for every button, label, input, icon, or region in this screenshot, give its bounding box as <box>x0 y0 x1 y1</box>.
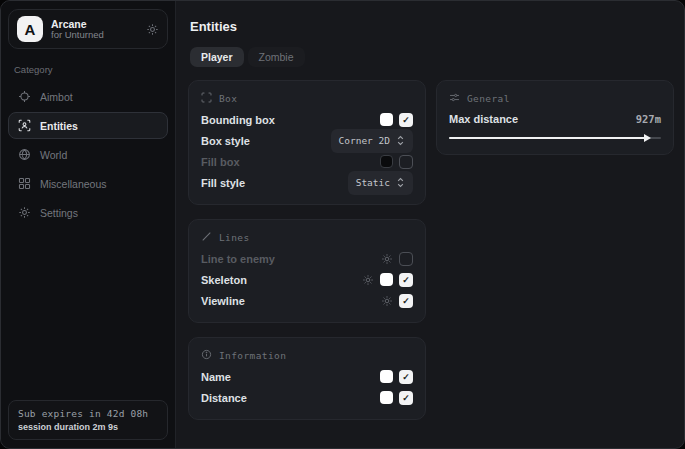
information-section-header: Information <box>201 349 413 362</box>
max-distance-slider[interactable] <box>449 133 661 143</box>
box-style-dropdown[interactable]: Corner 2D <box>331 129 413 153</box>
fill-style-label: Fill style <box>201 177 245 189</box>
arcane-menu-window: A Arcane for Unturned Category Aimbot <box>0 0 685 449</box>
box-section-title: Box <box>219 93 237 104</box>
viewline-label: Viewline <box>201 295 245 307</box>
max-distance-value: 927m <box>636 113 661 125</box>
max-distance-label: Max distance <box>449 113 518 125</box>
general-card: General Max distance 927m <box>436 80 674 155</box>
sidebar-item-aimbot[interactable]: Aimbot <box>8 83 168 110</box>
sidebar-item-world[interactable]: World <box>8 141 168 168</box>
general-section-title: General <box>467 93 510 104</box>
name-color-swatch[interactable] <box>380 370 393 383</box>
app-name: Arcane <box>51 18 138 30</box>
main-content: Entities Player Zombie Box <box>176 1 685 448</box>
sidebar-item-settings[interactable]: Settings <box>8 199 168 226</box>
general-section-header: General <box>449 92 661 105</box>
gear-icon[interactable] <box>381 253 393 265</box>
box-style-row: Box style Corner 2D <box>201 130 413 151</box>
corner-brackets-icon <box>201 92 212 105</box>
crosshair-icon <box>18 90 31 103</box>
sidebar-item-label: Miscellaneous <box>40 178 107 190</box>
slider-thumb[interactable] <box>644 134 651 142</box>
line-to-enemy-label: Line to enemy <box>201 253 275 265</box>
bounding-box-label: Bounding box <box>201 114 275 126</box>
sub-expires-text: Sub expires in 42d 08h <box>18 408 158 419</box>
sidebar-item-label: World <box>40 149 67 161</box>
name-checkbox[interactable]: ✓ <box>399 370 413 384</box>
info-icon <box>201 349 212 362</box>
app-subtitle: for Unturned <box>51 30 138 41</box>
fill-style-value: Static <box>356 177 390 188</box>
tab-zombie[interactable]: Zombie <box>248 47 305 67</box>
skeleton-label: Skeleton <box>201 274 247 286</box>
app-logo: A <box>17 16 43 42</box>
sidebar: A Arcane for Unturned Category Aimbot <box>1 1 176 448</box>
sidebar-item-label: Settings <box>40 207 78 219</box>
sidebar-item-label: Entities <box>40 120 78 132</box>
sidebar-item-label: Aimbot <box>40 91 73 103</box>
globe-icon <box>18 148 31 161</box>
entity-tabs: Player Zombie <box>190 47 674 67</box>
gear-icon[interactable] <box>381 295 393 307</box>
lines-section-title: Lines <box>219 232 250 243</box>
fill-box-row: Fill box <box>201 151 413 172</box>
bounding-box-checkbox[interactable]: ✓ <box>399 113 413 127</box>
bounding-box-row: Bounding box ✓ <box>201 109 413 130</box>
fill-style-row: Fill style Static <box>201 172 413 193</box>
box-style-value: Corner 2D <box>339 135 390 146</box>
distance-label: Distance <box>201 392 247 404</box>
fill-box-checkbox[interactable] <box>399 155 413 169</box>
skeleton-checkbox[interactable]: ✓ <box>399 273 413 287</box>
gear-icon[interactable] <box>362 274 374 286</box>
skeleton-row: Skeleton ✓ <box>201 269 413 290</box>
page-title: Entities <box>190 19 674 34</box>
distance-row: Distance ✓ <box>201 387 413 408</box>
line-to-enemy-checkbox[interactable] <box>399 252 413 266</box>
lines-section-header: Lines <box>201 231 413 244</box>
sidebar-item-miscellaneous[interactable]: Miscellaneous <box>8 170 168 197</box>
viewline-checkbox[interactable]: ✓ <box>399 294 413 308</box>
fill-box-label: Fill box <box>201 156 240 168</box>
brand-text: Arcane for Unturned <box>51 18 138 41</box>
information-section-title: Information <box>219 350 286 361</box>
gear-icon[interactable] <box>146 23 159 36</box>
box-section-header: Box <box>201 92 413 105</box>
subscription-info-card: Sub expires in 42d 08h session duration … <box>8 400 168 440</box>
fill-style-dropdown[interactable]: Static <box>348 171 413 195</box>
slider-fill <box>449 137 646 139</box>
box-card: Box Bounding box ✓ Box style Corner 2D <box>188 80 426 205</box>
entities-scan-icon <box>18 119 31 132</box>
bounding-box-color-swatch[interactable] <box>380 113 393 126</box>
diagonal-line-icon <box>201 231 212 244</box>
gear-icon <box>18 206 31 219</box>
distance-checkbox[interactable]: ✓ <box>399 391 413 405</box>
box-style-label: Box style <box>201 135 250 147</box>
information-card: Information Name ✓ Distance ✓ <box>188 337 426 420</box>
name-row: Name ✓ <box>201 366 413 387</box>
brand-card: A Arcane for Unturned <box>8 9 168 49</box>
max-distance-row: Max distance 927m <box>449 109 661 129</box>
session-duration-text: session duration 2m 9s <box>18 422 158 432</box>
line-to-enemy-row: Line to enemy <box>201 248 413 269</box>
sliders-icon <box>449 92 460 105</box>
sidebar-item-entities[interactable]: Entities <box>8 112 168 139</box>
skeleton-color-swatch[interactable] <box>380 273 393 286</box>
viewline-row: Viewline ✓ <box>201 290 413 311</box>
grid-icon <box>18 177 31 190</box>
chevron-up-down-icon <box>396 174 405 192</box>
distance-color-swatch[interactable] <box>380 391 393 404</box>
name-label: Name <box>201 371 231 383</box>
lines-card: Lines Line to enemy <box>188 219 426 323</box>
chevron-up-down-icon <box>396 132 405 150</box>
tab-player[interactable]: Player <box>190 47 244 67</box>
category-label: Category <box>14 64 162 75</box>
fill-box-color-swatch[interactable] <box>380 155 393 168</box>
